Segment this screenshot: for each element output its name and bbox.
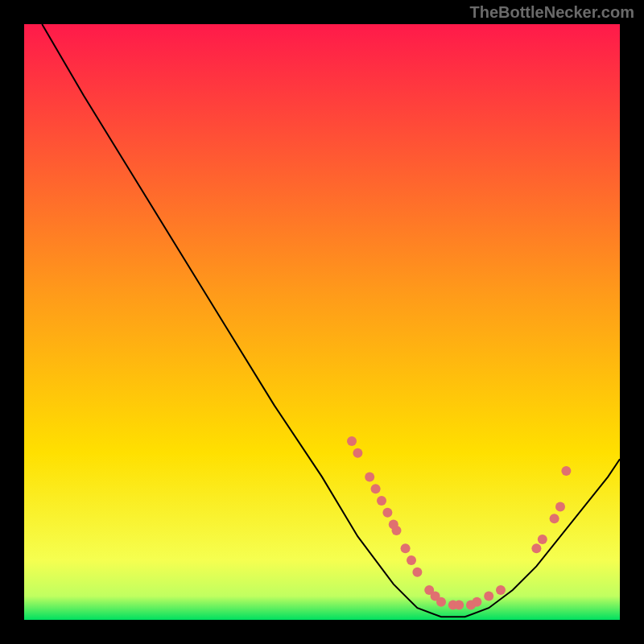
watermark-text: TheBottleNecker.com	[469, 3, 634, 22]
data-marker	[538, 535, 547, 544]
chart-svg	[24, 24, 620, 620]
data-marker	[484, 591, 493, 601]
data-marker	[454, 601, 464, 610]
data-marker	[412, 568, 422, 577]
data-marker	[392, 526, 402, 535]
data-marker	[365, 472, 374, 481]
data-marker	[407, 555, 416, 565]
data-marker	[550, 514, 559, 523]
data-marker	[472, 597, 481, 607]
data-marker	[382, 508, 392, 518]
gradient-background	[24, 24, 620, 620]
data-marker	[377, 496, 386, 506]
data-marker	[436, 597, 446, 607]
data-marker	[371, 484, 381, 493]
data-marker	[496, 585, 506, 595]
data-marker	[561, 466, 571, 476]
data-marker	[401, 543, 411, 553]
data-marker	[353, 448, 362, 458]
data-marker	[531, 543, 541, 553]
data-marker	[555, 502, 565, 511]
data-marker	[347, 436, 357, 446]
chart-container	[24, 24, 620, 620]
